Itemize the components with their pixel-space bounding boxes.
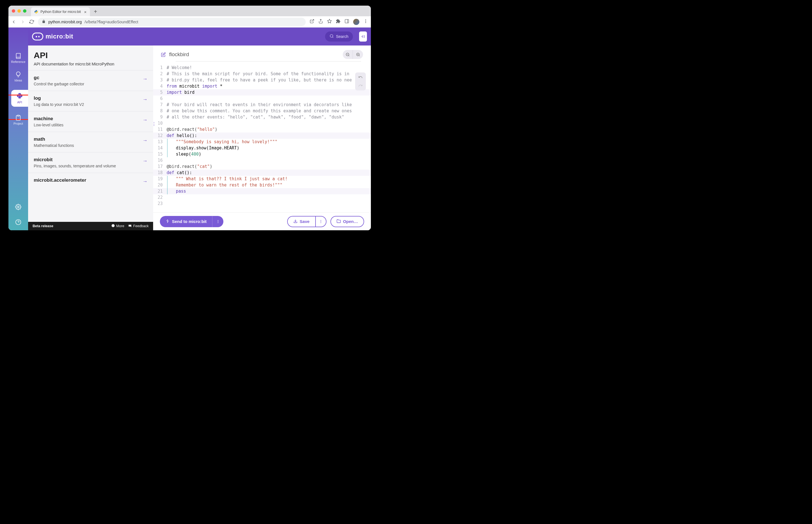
code-line: 17@bird.react("cat"): [153, 163, 371, 169]
profile-avatar[interactable]: [353, 19, 360, 25]
brand-text: micro:bit: [46, 33, 73, 40]
svg-point-4: [365, 22, 366, 23]
code-line: 18def cat():: [153, 169, 371, 176]
rail-item-reference[interactable]: Reference: [11, 53, 26, 64]
rail-label: API: [17, 100, 22, 104]
code-line: 15sleep(400): [153, 151, 371, 157]
menu-icon[interactable]: [363, 19, 368, 25]
api-item-name: log: [34, 96, 147, 101]
address-bar[interactable]: python.microbit.org/v/beta?flag=audioSou…: [38, 18, 306, 26]
usb-icon: [165, 219, 170, 224]
share-icon[interactable]: [318, 19, 323, 25]
code-line: 8# one below this comment. You can modif…: [153, 108, 371, 114]
api-item[interactable]: logLog data to your micro:bit V2→: [28, 91, 153, 111]
project-name-field[interactable]: flockbird: [161, 51, 189, 58]
panel-title: API: [34, 51, 147, 60]
svg-point-3: [365, 21, 366, 22]
close-window-icon[interactable]: [12, 9, 15, 13]
beta-label: Beta release: [33, 224, 53, 228]
save-button[interactable]: Save: [287, 216, 315, 227]
api-item[interactable]: machineLow-level utilities→: [28, 111, 153, 132]
search-button[interactable]: Search: [325, 31, 353, 42]
browser-tab[interactable]: Python Editor for micro:bit ×: [31, 7, 90, 16]
back-button[interactable]: [11, 19, 16, 24]
undo-redo: [355, 72, 366, 91]
titlebar: Python Editor for micro:bit × +: [9, 6, 371, 16]
arrow-right-icon: →: [142, 179, 147, 184]
rail-item-help[interactable]: [15, 219, 21, 225]
logo[interactable]: micro:bit: [32, 33, 73, 40]
open-external-icon[interactable]: [309, 19, 314, 25]
rail-label: Reference: [11, 60, 26, 64]
project-name: flockbird: [169, 51, 189, 58]
panel-subtitle: API documentation for micro:bit MicroPyt…: [34, 62, 147, 66]
rail-label: Project: [14, 122, 23, 125]
api-item[interactable]: microbit.accelerometer→: [28, 173, 153, 187]
rail-item-project[interactable]: Project: [14, 115, 23, 125]
svg-point-21: [218, 221, 218, 222]
side-panel-icon[interactable]: [345, 19, 349, 25]
redo-button[interactable]: [356, 82, 365, 89]
api-item-name: machine: [34, 116, 147, 121]
window-controls: [12, 9, 27, 13]
svg-point-20: [218, 220, 218, 220]
code-line: 10: [153, 120, 371, 126]
code-line: 5import bird: [153, 89, 371, 96]
code-line: 19""" What is that?? I think I just saw …: [153, 176, 371, 182]
svg-point-23: [320, 220, 321, 220]
forward-button[interactable]: [20, 19, 25, 24]
api-item[interactable]: gcControl the garbage collector→: [28, 70, 153, 91]
search-icon: [330, 34, 334, 39]
api-item-name: microbit: [34, 157, 147, 163]
code-line: 20Remember to warn the rest of the birds…: [153, 182, 371, 188]
microbit-chip-icon: [32, 33, 43, 40]
api-item-name: microbit.accelerometer: [34, 178, 147, 183]
code-line: 22: [153, 194, 371, 200]
tab-title: Python Editor for micro:bit: [41, 10, 81, 14]
collapse-sidebar-button[interactable]: [359, 31, 367, 42]
api-item[interactable]: microbitPins, images, sounds, temperatur…: [28, 152, 153, 173]
svg-rect-8: [17, 115, 19, 116]
extensions-icon[interactable]: [336, 19, 340, 25]
undo-button[interactable]: [356, 73, 365, 81]
app-header: micro:bit Search: [28, 28, 371, 46]
panel-header: API API documentation for micro:bit Micr…: [28, 46, 153, 70]
browser-window: Python Editor for micro:bit × + python.m…: [9, 6, 371, 230]
new-tab-button[interactable]: +: [94, 9, 97, 15]
save-button-group: Save: [287, 216, 327, 227]
maximize-window-icon[interactable]: [23, 9, 27, 13]
rail-item-api[interactable]: API: [11, 90, 28, 107]
rail-item-ideas[interactable]: Ideas: [15, 71, 22, 82]
svg-point-25: [320, 222, 321, 223]
panel-resize-handle[interactable]: ⋮: [152, 121, 156, 127]
svg-line-17: [359, 55, 360, 56]
save-menu-button[interactable]: [315, 216, 327, 227]
api-item[interactable]: mathMathematical functions→: [28, 132, 153, 152]
zoom-out-button[interactable]: [343, 50, 353, 59]
send-button[interactable]: Send to micro:bit: [160, 216, 212, 227]
arrow-right-icon: →: [142, 158, 147, 164]
zoom-in-button[interactable]: [353, 50, 363, 59]
zoom-controls: [343, 50, 363, 59]
svg-point-24: [320, 221, 321, 222]
bookmark-icon[interactable]: [327, 19, 332, 25]
reload-button[interactable]: [29, 19, 34, 24]
send-menu-button[interactable]: [212, 216, 223, 227]
rail-item-settings[interactable]: [15, 204, 21, 210]
api-item-desc: Mathematical functions: [34, 143, 147, 148]
feedback-link[interactable]: Feedback: [128, 224, 149, 228]
close-tab-icon[interactable]: ×: [84, 10, 86, 14]
code-editor[interactable]: 1# Welcome!2# This is the main script fo…: [153, 64, 371, 212]
svg-line-6: [332, 37, 333, 38]
code-line: 6: [153, 96, 371, 102]
edit-icon: [161, 52, 166, 57]
code-line: 23: [153, 200, 371, 207]
minimize-window-icon[interactable]: [17, 9, 21, 13]
arrow-right-icon: →: [142, 137, 147, 144]
arrow-right-icon: →: [142, 97, 147, 102]
send-button-group: Send to micro:bit: [160, 216, 223, 227]
api-item-desc: Log data to your micro:bit V2: [34, 102, 147, 107]
more-link[interactable]: More: [111, 224, 124, 228]
open-button[interactable]: Open…: [331, 216, 364, 227]
api-item-name: gc: [34, 75, 147, 81]
